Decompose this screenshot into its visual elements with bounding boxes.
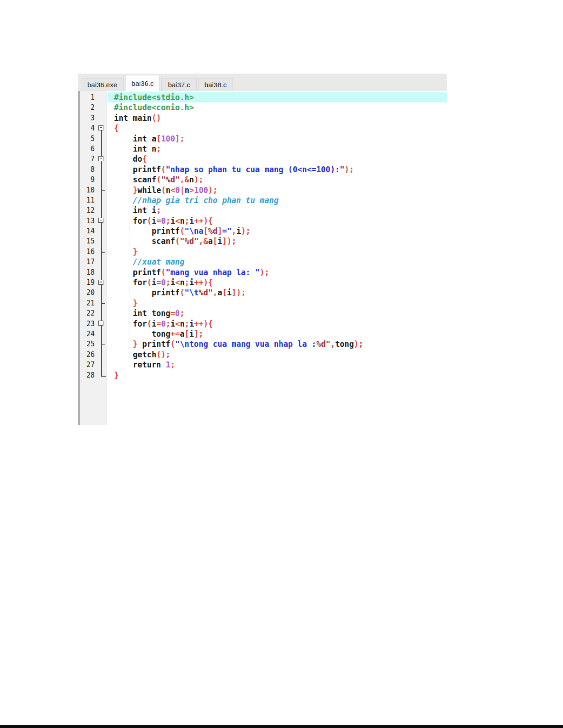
fold-rail (96, 360, 108, 370)
code-text: }while(n<0|n>100); (108, 185, 447, 195)
line-number: 21 (80, 298, 96, 308)
line-number: 5 (80, 134, 96, 144)
line-number: 6 (80, 144, 96, 154)
code-text: { (108, 123, 447, 133)
fold-rail (96, 144, 108, 154)
code-line[interactable]: 14 printf("\na[%d]=",i); (80, 226, 447, 236)
indent-guide (130, 329, 130, 339)
fold-rail (96, 175, 108, 185)
fold-toggle[interactable] (96, 319, 108, 329)
line-number: 22 (80, 308, 96, 318)
code-line[interactable]: 5 int a[100]; (80, 134, 447, 144)
fold-rail (96, 350, 108, 360)
code-line[interactable]: 11 //nhap gia tri cho phan tu mang (80, 195, 447, 205)
code-text: #include<conio.h> (108, 102, 447, 113)
fold-collapse-icon[interactable] (98, 125, 103, 130)
indent-guide (130, 288, 130, 298)
code-text: int a[100]; (108, 134, 447, 144)
code-line[interactable]: 7 do{ (80, 154, 447, 164)
fold-rail (96, 102, 108, 113)
line-number: 10 (80, 185, 96, 195)
code-line[interactable]: 4{ (80, 123, 447, 133)
line-number: 8 (80, 164, 96, 175)
line-number: 15 (80, 236, 96, 246)
fold-toggle[interactable] (96, 216, 108, 226)
code-line[interactable]: 21 } (80, 298, 447, 308)
page-bottom-border (0, 725, 563, 728)
fold-collapse-icon[interactable] (98, 156, 103, 161)
line-number: 4 (80, 123, 96, 133)
code-line[interactable]: 24 tong+=a[i]; (80, 329, 447, 339)
line-number: 17 (80, 257, 96, 267)
code-line[interactable]: 23 for(i=0;i<n;i++){ (80, 319, 447, 329)
tab-bar: bai36.exebai36.cbai37.cbai38.c (78, 73, 447, 91)
code-line[interactable]: 27 return 1; (80, 360, 447, 370)
line-number: 13 (80, 216, 96, 226)
line-number: 1 (80, 92, 96, 102)
line-number: 18 (80, 267, 96, 277)
code-line[interactable]: 25 } printf("\ntong cua mang vua nhap la… (80, 339, 447, 349)
tab-bai38-c[interactable]: bai38.c (198, 78, 233, 91)
code-text: } (108, 370, 447, 380)
code-line[interactable]: 18 printf("mang vua nhap la: "); (80, 267, 447, 277)
line-number: 9 (80, 175, 96, 185)
code-line[interactable]: 3int main() (80, 113, 447, 123)
code-line[interactable]: 8 printf("nhap so phan tu cua mang (0<n<… (80, 164, 447, 175)
fold-rail (96, 226, 108, 236)
fold-toggle[interactable] (96, 154, 108, 164)
tab-bai36-c[interactable]: bai36.c (125, 75, 160, 91)
fold-rail (96, 370, 108, 380)
code-line[interactable]: 1#include<stdio.h> (80, 92, 447, 102)
code-text: for(i=0;i<n;i++){ (108, 277, 447, 288)
code-line[interactable]: 17 //xuat mang (80, 257, 447, 267)
code-text: } printf("\ntong cua mang vua nhap la :%… (108, 339, 447, 349)
line-number: 11 (80, 195, 96, 205)
indent-guide (130, 236, 130, 246)
fold-rail (96, 92, 108, 102)
fold-rail (96, 339, 108, 349)
fold-toggle[interactable] (96, 277, 108, 288)
code-line[interactable]: 28} (80, 370, 447, 380)
code-line[interactable]: 12 int i; (80, 205, 447, 215)
fold-rail (96, 247, 108, 257)
line-number: 23 (80, 319, 96, 329)
code-text: for(i=0;i<n;i++){ (108, 319, 447, 329)
code-text: return 1; (108, 360, 447, 370)
fold-toggle[interactable] (96, 123, 108, 133)
fold-collapse-icon[interactable] (98, 218, 103, 223)
fold-rail (96, 267, 108, 277)
code-text: scanf("%d",&n); (108, 175, 447, 185)
code-text: int main() (108, 113, 447, 123)
line-number: 27 (80, 360, 96, 370)
fold-rail (96, 185, 108, 195)
line-number: 25 (80, 339, 96, 349)
code-line[interactable]: 20 printf("\t%d",a[i]); (80, 288, 447, 298)
code-line[interactable]: 22 int tong=0; (80, 308, 447, 318)
line-number: 20 (80, 288, 96, 298)
code-area[interactable]: 1#include<stdio.h>2#include<conio.h>3int… (78, 91, 447, 425)
fold-collapse-icon[interactable] (98, 321, 103, 326)
line-number: 16 (80, 247, 96, 257)
code-line[interactable]: 10 }while(n<0|n>100); (80, 185, 447, 195)
line-number: 12 (80, 205, 96, 215)
code-line[interactable]: 26 getch(); (80, 350, 447, 360)
code-text: //nhap gia tri cho phan tu mang (108, 195, 447, 205)
code-line[interactable]: 15 scanf("%d",&a[i]); (80, 236, 447, 246)
line-number: 24 (80, 329, 96, 339)
code-line[interactable]: 9 scanf("%d",&n); (80, 175, 447, 185)
fold-collapse-icon[interactable] (98, 280, 103, 285)
line-number: 26 (80, 350, 96, 360)
code-text: } (108, 298, 447, 308)
tab-bai37-c[interactable]: bai37.c (161, 78, 196, 91)
code-text: for(i=0;i<n;i++){ (108, 216, 447, 226)
tab-bai36-exe[interactable]: bai36.exe (81, 78, 124, 91)
code-line[interactable]: 16 } (80, 247, 447, 257)
code-text: #include<stdio.h> (108, 92, 447, 102)
line-number: 28 (80, 370, 96, 380)
code-line[interactable]: 19 for(i=0;i<n;i++){ (80, 277, 447, 288)
code-line[interactable]: 2#include<conio.h> (80, 102, 447, 113)
code-text: int i; (108, 205, 447, 215)
fold-rail (96, 257, 108, 267)
code-line[interactable]: 13 for(i=0;i<n;i++){ (80, 216, 447, 226)
code-line[interactable]: 6 int n; (80, 144, 447, 154)
